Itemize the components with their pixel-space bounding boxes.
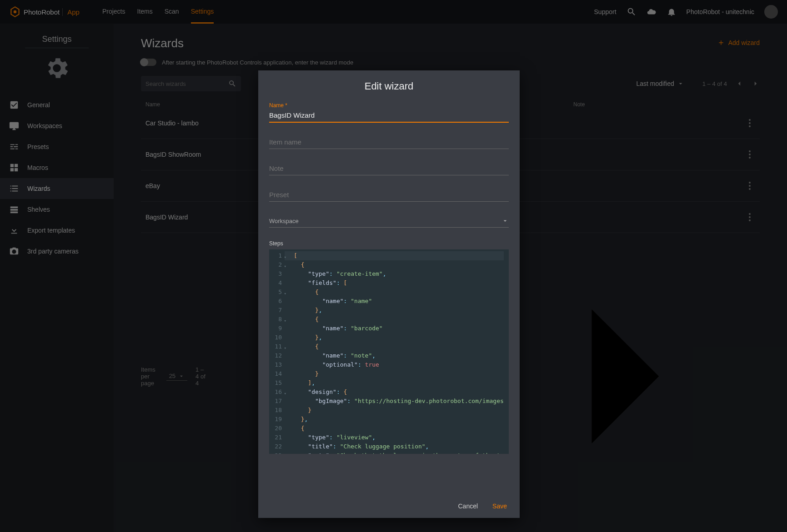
cancel-button[interactable]: Cancel (458, 502, 478, 510)
item-name-input[interactable] (269, 135, 509, 149)
modal-actions: Cancel Save (258, 494, 520, 518)
steps-code-editor[interactable]: 1▾2▾345▾678▾91011▾1213141516▾17181920212… (269, 249, 509, 454)
preset-input[interactable] (269, 188, 509, 202)
modal-title: Edit wizard (258, 70, 520, 102)
steps-label: Steps (269, 240, 509, 247)
edit-wizard-modal: Edit wizard Name * Workspace Steps 1▾2▾3… (258, 70, 520, 518)
save-button[interactable]: Save (492, 502, 507, 510)
workspace-select[interactable]: Workspace (269, 214, 509, 228)
name-input[interactable] (269, 109, 509, 123)
name-label: Name * (269, 102, 509, 109)
chevron-down-icon (501, 217, 509, 224)
workspace-label: Workspace (269, 218, 299, 224)
note-input[interactable] (269, 162, 509, 175)
